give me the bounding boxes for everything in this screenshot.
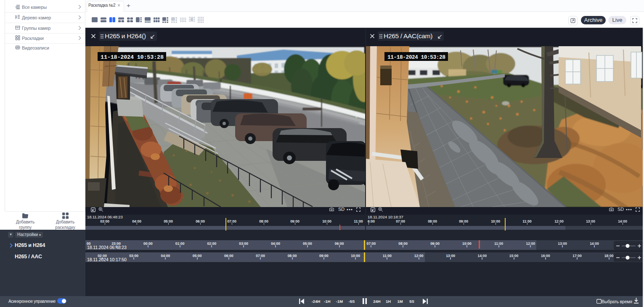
svg-text:11-18-2024 10:53:28: 11-18-2024 10:53:28 bbox=[101, 54, 164, 60]
svg-text:11-18-2024 10:53:28: 11-18-2024 10:53:28 bbox=[387, 54, 445, 60]
